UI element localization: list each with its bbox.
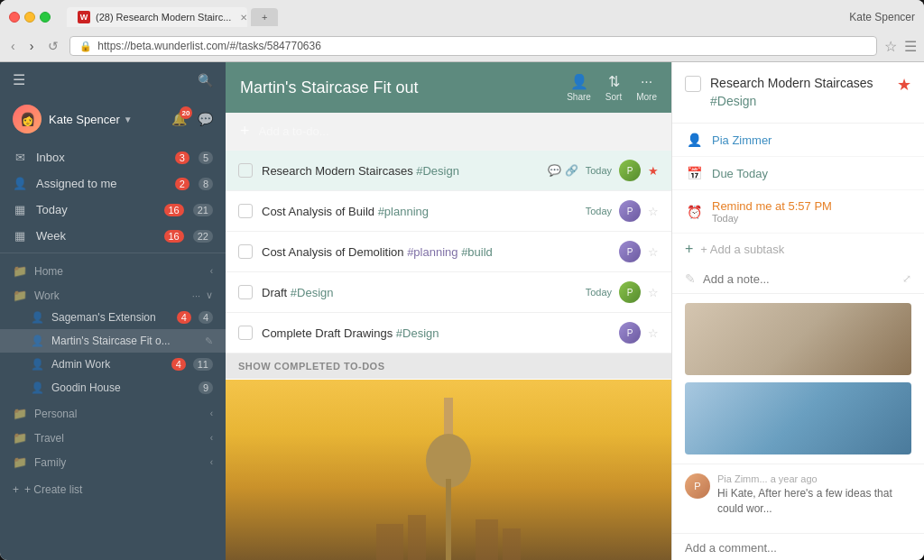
tab-close-icon[interactable]: ✕: [240, 13, 247, 23]
task-meta-2: Today P ☆: [586, 200, 659, 222]
main-header: Martin's Staircase Fit out 👤 Share ⇅ Sor…: [226, 62, 671, 113]
share-button[interactable]: 👤 Share: [567, 73, 591, 102]
minimize-dot[interactable]: [24, 12, 35, 23]
task-text-2: Cost Analysis of Build #planning: [262, 205, 577, 218]
sidebar-item-admin[interactable]: 👤 Admin Work 4 11: [0, 353, 226, 376]
task-due-2: Today: [586, 206, 612, 216]
back-button[interactable]: ‹: [7, 37, 19, 55]
task-tag-3b: #build: [461, 245, 493, 259]
task-checkbox-1[interactable]: [238, 163, 253, 178]
sidebar-item-today[interactable]: ▦ Today 16 21: [0, 197, 226, 223]
search-icon[interactable]: 🔍: [198, 73, 213, 87]
add-subtask-row[interactable]: + + Add a subtask: [672, 234, 924, 264]
address-bar[interactable]: 🔒 https://beta.wunderlist.com/#/tasks/58…: [69, 36, 877, 56]
sidebar-list-personal[interactable]: 📁 Personal ‹: [0, 399, 226, 424]
add-note-input[interactable]: [703, 272, 895, 286]
task-checkbox-2[interactable]: [238, 204, 253, 218]
task-avatar-1: P: [619, 160, 641, 181]
edit-icon[interactable]: ✎: [205, 335, 213, 347]
work-more-icon[interactable]: ···: [192, 290, 200, 301]
task-checkbox-4[interactable]: [238, 285, 253, 299]
task-avatar-img-2: P: [619, 200, 641, 222]
create-list-button[interactable]: + + Create list: [0, 476, 226, 503]
active-tab[interactable]: W (28) Research Modern Stairc... ✕: [67, 7, 247, 27]
task-star-4[interactable]: ☆: [648, 286, 659, 299]
personal-list-icon: 📁: [13, 407, 27, 420]
inbox-label: Inbox: [36, 151, 166, 164]
forward-button[interactable]: ›: [26, 37, 38, 55]
menu-icon[interactable]: ☰: [904, 38, 917, 55]
family-list-icon: 📁: [13, 455, 27, 469]
inbox-count-gray: 5: [199, 151, 213, 164]
expand-icon[interactable]: ⤢: [902, 272, 911, 285]
more-button[interactable]: ··· More: [636, 74, 657, 102]
add-comment-row: [672, 533, 924, 560]
sidebar-item-martins[interactable]: 👤 Martin's Staircase Fit o... ✎: [0, 329, 226, 353]
travel-chevron-icon: ‹: [210, 433, 213, 443]
notification-icon[interactable]: 🔔 20: [171, 112, 187, 126]
comment-meta: Pia Zimm... a year ago: [717, 473, 911, 484]
week-label: Week: [36, 229, 155, 243]
assignee-icon: 👤: [685, 133, 703, 147]
add-todo-input[interactable]: [259, 124, 657, 138]
task-checkbox-3[interactable]: [238, 244, 253, 259]
browser-chrome: W (28) Research Modern Stairc... ✕ + Kat…: [0, 0, 924, 62]
sidebar-list-home[interactable]: 📁 Home ‹: [0, 257, 226, 281]
sidebar-list-family[interactable]: 📁 Family ‹: [0, 448, 226, 473]
work-chevron-icon[interactable]: ∨: [206, 289, 213, 301]
task-text-4: Draft #Design: [262, 286, 577, 299]
comment-time: a year ago: [771, 473, 818, 484]
add-subtask-label: + Add a subtask: [700, 243, 784, 256]
add-comment-input[interactable]: [685, 541, 911, 555]
task-star-2[interactable]: ☆: [648, 205, 659, 218]
admin-label: Admin Work: [51, 358, 164, 371]
sidebar-item-goodin[interactable]: 👤 Goodin House 9: [0, 376, 226, 399]
task-star-3[interactable]: ☆: [648, 245, 659, 259]
task-text-3: Cost Analysis of Demolition #planning #b…: [262, 245, 610, 259]
hamburger-icon[interactable]: ☰: [13, 71, 25, 88]
reload-button[interactable]: ↺: [44, 37, 62, 55]
task-star-1[interactable]: ★: [648, 164, 659, 178]
task-avatar-3: P: [619, 241, 641, 262]
calendar-icon: 📅: [685, 166, 703, 180]
chat-icon[interactable]: 💬: [198, 112, 213, 126]
alarm-icon: ⏰: [685, 205, 703, 219]
new-tab[interactable]: +: [251, 8, 278, 26]
browser-window: W (28) Research Modern Stairc... ✕ + Kat…: [0, 0, 924, 560]
task-item: Research Modern Staircases #Design 💬 🔗 T…: [226, 151, 671, 191]
star-icon[interactable]: ☆: [884, 38, 897, 55]
detail-remind-row[interactable]: ⏰ Remind me at 5:57 PM Today: [672, 190, 924, 234]
sidebar-item-assigned[interactable]: 👤 Assigned to me 2 8: [0, 170, 226, 197]
sidebar-item-sageman[interactable]: 👤 Sageman's Extension 4 4: [0, 306, 226, 329]
background-image: [226, 380, 671, 560]
task-meta-3: P ☆: [619, 241, 659, 262]
sidebar-list-travel[interactable]: 📁 Travel ‹: [0, 424, 226, 448]
home-list-icon: 📁: [13, 264, 27, 278]
martins-icon: 👤: [31, 335, 44, 347]
image-thumbnail-2[interactable]: [685, 382, 911, 454]
maximize-dot[interactable]: [40, 12, 51, 23]
link-icon: 🔗: [565, 164, 578, 177]
image-thumbnail-1[interactable]: [685, 303, 911, 375]
work-list-label: Work: [34, 289, 185, 302]
pencil-icon: ✎: [685, 271, 696, 286]
task-checkbox-5[interactable]: [238, 326, 253, 340]
detail-star-icon[interactable]: ★: [897, 75, 911, 95]
task-item: Cost Analysis of Demolition #planning #b…: [226, 232, 671, 272]
browser-user: Kate Spencer: [849, 11, 915, 23]
task-text-1: Research Modern Staircases #Design: [262, 164, 539, 178]
task-star-5[interactable]: ☆: [648, 326, 659, 340]
share-icon: 👤: [570, 73, 588, 90]
show-completed-button[interactable]: SHOW COMPLETED TO-DOS: [226, 353, 671, 379]
detail-due-row[interactable]: 📅 Due Today: [672, 157, 924, 190]
sidebar-list-work[interactable]: 📁 Work ··· ∨: [0, 281, 226, 306]
url-text: https://beta.wunderlist.com/#/tasks/5847…: [97, 40, 867, 52]
user-name[interactable]: Kate Spencer ▼: [49, 113, 133, 126]
detail-checkbox[interactable]: [685, 76, 701, 92]
sidebar-header: ☰ 🔍: [0, 62, 226, 97]
sort-button[interactable]: ⇅ Sort: [605, 73, 622, 102]
task-avatar-img-5: P: [619, 322, 641, 344]
sidebar-item-week[interactable]: ▦ Week 16 22: [0, 223, 226, 249]
sidebar-item-inbox[interactable]: ✉ Inbox 3 5: [0, 144, 226, 170]
close-dot[interactable]: [9, 12, 20, 23]
